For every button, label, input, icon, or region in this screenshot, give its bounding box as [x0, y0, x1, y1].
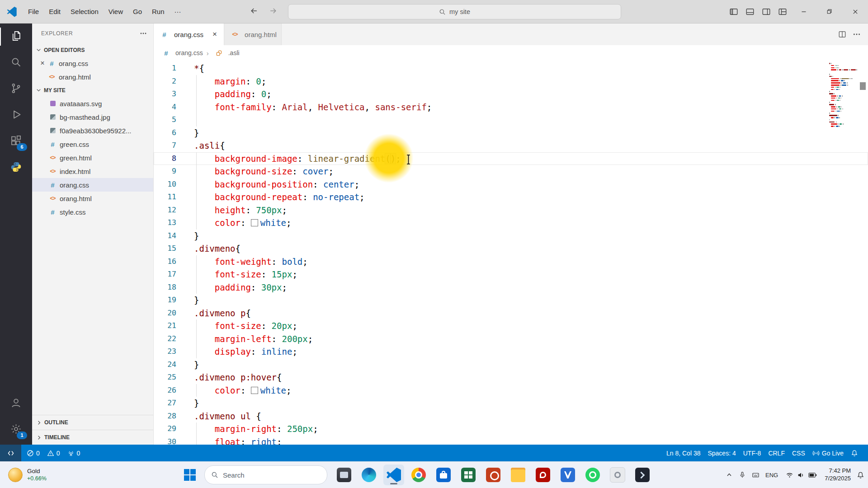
section-timeline[interactable]: TIMELINE — [32, 430, 153, 445]
status-bar-item[interactable]: 0 — [23, 445, 43, 461]
status-bar-item[interactable] — [0, 445, 21, 461]
taskbar-app-button[interactable] — [508, 465, 528, 485]
minimap[interactable] — [827, 61, 857, 445]
file-tree-item[interactable]: green.css — [32, 137, 153, 151]
code-line[interactable]: 20.divmeno p{ — [154, 307, 868, 320]
toggle-panel-icon[interactable] — [742, 4, 758, 19]
activity-bar-item[interactable]: 6 — [0, 128, 32, 155]
open-editor-item[interactable]: orang.html — [32, 70, 153, 84]
code-line[interactable]: 21 font-size: 20px; — [154, 319, 868, 333]
code-line[interactable]: 22 margin-left: 200px; — [154, 333, 868, 346]
section-outline[interactable]: OUTLINE — [32, 415, 153, 430]
code-line[interactable]: 29 margin-right: 250px; — [154, 422, 868, 436]
file-tree-item[interactable]: orang.css — [32, 178, 153, 192]
open-editor-item[interactable]: × orang.css — [32, 56, 153, 70]
menu-item[interactable]: Selection — [66, 5, 104, 19]
code-line[interactable]: 14} — [154, 230, 868, 243]
code-editor[interactable]: 1*{2 margin: 0;3 padding: 0;4 font-famil… — [154, 61, 868, 445]
activity-bar-item[interactable] — [0, 23, 32, 50]
activity-bar-item[interactable] — [0, 102, 32, 128]
taskbar-app-button[interactable] — [533, 465, 553, 485]
code-line[interactable]: 15.divmeno{ — [154, 242, 868, 255]
restore-button[interactable] — [816, 0, 842, 23]
toggle-secondary-sidebar-icon[interactable] — [758, 4, 774, 19]
taskbar-app-button[interactable] — [632, 465, 653, 485]
code-line[interactable]: 12 height: 750px; — [154, 204, 868, 217]
quick-settings[interactable] — [784, 469, 819, 481]
code-line[interactable]: 7.asli{ — [154, 139, 868, 152]
clock[interactable]: 7:42 PM 7/29/2025 — [825, 467, 851, 483]
file-tree-item[interactable]: orang.html — [32, 192, 153, 205]
taskbar-search-input[interactable]: Search — [204, 465, 327, 484]
file-tree-item[interactable]: style.css — [32, 205, 153, 219]
activity-bar-item[interactable] — [0, 76, 32, 102]
activity-bar-item[interactable] — [0, 390, 32, 417]
scrollbar-thumb[interactable] — [860, 82, 866, 90]
start-button[interactable] — [180, 465, 200, 485]
status-bar-item[interactable]: CRLF — [764, 445, 788, 461]
customize-layout-icon[interactable] — [774, 4, 791, 19]
code-line[interactable]: 26 color: white; — [154, 384, 868, 397]
more-actions-icon[interactable] — [853, 30, 861, 38]
status-bar-item[interactable]: 0 — [64, 445, 84, 461]
code-line[interactable]: 10 background-position: center; — [154, 178, 868, 191]
taskbar-app-button[interactable] — [557, 465, 578, 485]
status-bar-item[interactable]: Spaces: 4 — [704, 445, 739, 461]
file-tree-item[interactable]: f0a9eab3630be95922... — [32, 124, 153, 137]
split-editor-icon[interactable] — [838, 30, 846, 38]
taskbar-app-button[interactable] — [383, 465, 404, 485]
code-line[interactable]: 28.divmeno ul { — [154, 410, 868, 423]
taskbar-app-button[interactable] — [458, 465, 479, 485]
menu-overflow-button[interactable]: ··· — [170, 5, 186, 19]
explorer-more-actions-icon[interactable] — [140, 30, 147, 37]
tray-chevron-up-icon[interactable] — [726, 471, 733, 479]
menu-item[interactable]: Go — [128, 5, 147, 19]
toggle-primary-sidebar-icon[interactable] — [726, 4, 742, 19]
menu-item[interactable]: Run — [147, 5, 170, 19]
status-bar-item[interactable]: Ln 8, Col 38 — [663, 445, 704, 461]
back-icon[interactable] — [250, 6, 259, 17]
file-tree-item[interactable]: index.html — [32, 164, 153, 178]
code-line[interactable]: 27} — [154, 397, 868, 410]
status-bar-item[interactable]: 0 — [43, 445, 64, 461]
menu-item[interactable]: Edit — [44, 5, 66, 19]
activity-bar-item[interactable] — [0, 50, 32, 76]
file-tree-item[interactable]: bg-masthead.jpg — [32, 110, 153, 124]
status-bar-item[interactable]: Go Live — [809, 445, 847, 461]
code-line[interactable]: 24} — [154, 358, 868, 371]
touch-keyboard-icon[interactable] — [752, 471, 760, 479]
notification-bell-icon[interactable] — [857, 471, 864, 479]
taskbar-app-button[interactable] — [483, 465, 504, 485]
code-line[interactable]: 8 background-image: linear-gradient(); — [154, 152, 868, 165]
code-line[interactable]: 11 background-repeat: no-repeat; — [154, 191, 868, 204]
code-line[interactable]: 23 display: inline; — [154, 345, 868, 358]
code-line[interactable]: 5 — [154, 113, 868, 127]
close-button[interactable] — [842, 0, 868, 23]
menu-item[interactable]: View — [104, 5, 128, 19]
breadcrumb-item[interactable]: .asli — [203, 49, 240, 57]
code-line[interactable]: 19} — [154, 294, 868, 307]
taskbar-app-button[interactable] — [582, 465, 603, 485]
code-line[interactable]: 6} — [154, 127, 868, 140]
minimize-button[interactable] — [791, 0, 816, 23]
section-open-editors[interactable]: OPEN EDITORS — [32, 43, 153, 56]
taskbar-app-button[interactable] — [607, 465, 628, 485]
status-bar-item[interactable]: CSS — [788, 445, 809, 461]
file-tree-item[interactable]: avataaars.svg — [32, 97, 153, 110]
command-center-search[interactable]: my site — [288, 4, 621, 19]
status-bar-item[interactable] — [847, 445, 862, 461]
breadcrumb-item[interactable]: orang.css — [162, 49, 203, 57]
code-line[interactable]: 1*{ — [154, 62, 868, 75]
file-tree-item[interactable]: green.html — [32, 151, 153, 164]
taskbar-app-button[interactable] — [433, 465, 454, 485]
status-bar-item[interactable]: UTF-8 — [740, 445, 765, 461]
code-line[interactable]: 25.divmeno p:hover{ — [154, 371, 868, 384]
close-tab-icon[interactable]: × — [210, 30, 219, 39]
microphone-icon[interactable] — [739, 471, 746, 479]
code-line[interactable]: 16 font-weight: bold; — [154, 255, 868, 268]
code-line[interactable]: 4 font-family: Arial, Helvetica, sans-se… — [154, 101, 868, 114]
code-line[interactable]: 17 font-size: 15px; — [154, 268, 868, 281]
widgets-button[interactable]: Gold +0.66% — [5, 465, 50, 485]
code-line[interactable]: 3 padding: 0; — [154, 88, 868, 101]
editor-tab[interactable]: orang.css × — [154, 23, 224, 45]
